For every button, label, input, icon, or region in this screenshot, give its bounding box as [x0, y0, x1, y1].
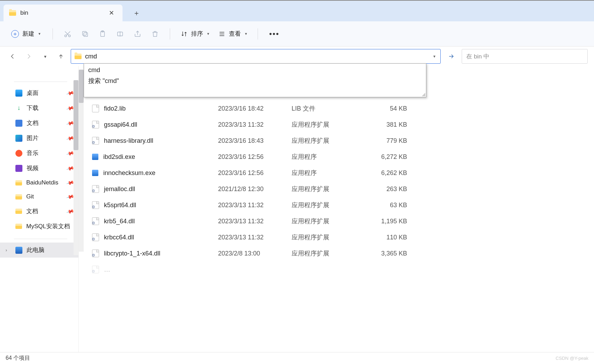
file-type: 应用程序扩展	[292, 249, 362, 258]
sort-label: 排序	[191, 30, 203, 38]
resize-handle[interactable]	[421, 92, 425, 96]
sidebar-item[interactable]: 视频📌	[0, 161, 78, 176]
file-date: 2023/2/8 13:00	[218, 250, 292, 257]
new-label: 新建	[22, 30, 34, 38]
suggestion-item[interactable]: 搜索 "cmd"	[84, 75, 426, 86]
file-type: LIB 文件	[292, 104, 362, 113]
table-row[interactable]: krb5_64.dll2023/3/13 11:32应用程序扩展1,195 KB	[89, 213, 594, 229]
file-type: 应用程序扩展	[292, 120, 362, 129]
scrollbar-thumb[interactable]	[79, 70, 84, 103]
file-name: ibd2sdi.exe	[103, 153, 135, 161]
cut-button[interactable]	[60, 26, 75, 42]
file-type: 应用程序扩展	[292, 217, 362, 225]
paste-button[interactable]	[95, 26, 110, 42]
svg-point-0	[65, 35, 67, 37]
tab-active[interactable]: bin ✕	[4, 5, 123, 21]
sidebar-item[interactable]: 桌面📌	[0, 85, 78, 100]
file-size: 63 KB	[362, 202, 407, 209]
sidebar-item-label: 桌面	[27, 89, 39, 97]
download-icon: ↓	[15, 105, 22, 112]
file-icon	[92, 154, 98, 160]
file-name: fido2.lib	[104, 105, 126, 112]
divider	[53, 28, 53, 40]
file-type: 应用程序	[292, 169, 362, 177]
search-input[interactable]: 在 bin 中	[462, 49, 588, 64]
sidebar-item-label: 下载	[27, 104, 39, 112]
go-button[interactable]	[444, 49, 458, 63]
sidebar-item-label: 文档	[26, 207, 38, 215]
copy-button[interactable]	[77, 26, 93, 42]
file-icon	[92, 170, 98, 176]
file-size: 110 KB	[362, 234, 407, 241]
up-button[interactable]	[55, 50, 67, 63]
titlebar: bin ✕ ＋	[0, 0, 594, 21]
file-size: 54 KB	[362, 105, 407, 112]
chevron-down-icon: ▾	[245, 31, 247, 36]
search-placeholder: 在 bin 中	[466, 52, 489, 61]
folder-icon	[15, 224, 22, 229]
sort-icon	[181, 30, 188, 37]
divider	[258, 28, 258, 40]
file-icon	[92, 233, 99, 241]
sort-button[interactable]: 排序 ▾	[177, 27, 213, 41]
sidebar-item-label: 音乐	[27, 149, 39, 157]
sidebar-item[interactable]: 音乐📌	[0, 146, 78, 161]
sidebar-item[interactable]: BaiduNetdis📌	[0, 176, 78, 190]
address-row: ▾ ▾ cmd 搜索 "cmd" 在 bin 中	[0, 47, 594, 66]
table-row[interactable]: k5sprt64.dll2023/3/13 11:32应用程序扩展63 KB	[89, 197, 594, 213]
address-bar[interactable]: ▾ cmd 搜索 "cmd"	[71, 49, 441, 64]
address-input[interactable]	[85, 53, 432, 60]
file-icon	[92, 121, 99, 128]
toolbar: ＋ 新建 ▾ 排序 ▾ 查看 ▾ •••	[0, 21, 594, 47]
table-row[interactable]: jemalloc.dll2021/12/8 12:30应用程序扩展263 KB	[89, 181, 594, 197]
back-button[interactable]	[6, 50, 19, 63]
scrollbar-thumb[interactable]	[74, 80, 78, 150]
divider	[14, 239, 67, 239]
new-tab-button[interactable]: ＋	[130, 6, 144, 20]
file-icon	[92, 217, 99, 225]
sidebar-item[interactable]: ↓下载📌	[0, 100, 78, 115]
forward-button[interactable]	[22, 50, 35, 63]
sidebar-item-pc[interactable]: › 此电脑	[0, 243, 78, 258]
file-date: 2023/3/13 11:32	[218, 202, 292, 209]
sidebar-item[interactable]: 图片📌	[0, 131, 78, 146]
file-icon	[92, 137, 99, 145]
table-row[interactable]: harness-library.dll2023/3/16 18:43应用程序扩展…	[89, 133, 594, 149]
rename-button[interactable]	[112, 26, 128, 42]
sidebar-item-label: 视频	[27, 164, 39, 172]
table-row[interactable]: krbcc64.dll2023/3/13 11:32应用程序扩展110 KB	[89, 229, 594, 245]
close-icon[interactable]: ✕	[106, 8, 117, 18]
file-name: gssapi64.dll	[104, 121, 137, 128]
chevron-down-icon[interactable]: ▾	[432, 54, 437, 59]
view-label: 查看	[229, 30, 241, 38]
new-button[interactable]: ＋ 新建 ▾	[6, 27, 46, 41]
file-size: 6,272 KB	[362, 153, 407, 161]
sidebar-item[interactable]: 文档📌	[0, 204, 78, 219]
file-date: 2023/3/13 11:32	[218, 234, 292, 241]
svg-rect-3	[83, 31, 86, 35]
table-row[interactable]: gssapi64.dll2023/3/13 11:32应用程序扩展381 KB	[89, 117, 594, 133]
more-button[interactable]: •••	[265, 27, 284, 41]
table-row[interactable]: libcrypto-1_1-x64.dll2023/2/8 13:00应用程序扩…	[89, 245, 594, 261]
tab-title: bin	[20, 9, 28, 16]
chevron-right-icon[interactable]: ›	[6, 248, 7, 253]
recent-button[interactable]: ▾	[39, 50, 51, 63]
sidebar-item[interactable]: Git📌	[0, 190, 78, 204]
table-row[interactable]: fido2.lib2023/3/16 18:42LIB 文件54 KB	[89, 100, 594, 117]
sidebar-item[interactable]: MySQL安装文档	[0, 219, 78, 234]
suggestion-item[interactable]: cmd	[84, 65, 426, 75]
watermark: CSDN @Y-peak	[555, 356, 588, 361]
file-size: 381 KB	[362, 121, 407, 128]
table-row[interactable]: ibd2sdi.exe2023/3/16 12:56应用程序6,272 KB	[89, 149, 594, 165]
pc-icon	[15, 247, 22, 254]
desktop-icon	[15, 90, 22, 97]
sidebar-item-label: 文档	[27, 119, 39, 127]
sidebar-item[interactable]: 文档📌	[0, 115, 78, 131]
sidebar-item-label: 此电脑	[27, 246, 44, 254]
view-button[interactable]: 查看 ▾	[215, 27, 251, 41]
share-button[interactable]	[130, 26, 145, 42]
delete-button[interactable]	[147, 26, 163, 42]
file-date: 2021/12/8 12:30	[218, 186, 292, 193]
table-row[interactable]: innochecksum.exe2023/3/16 12:56应用程序6,262…	[89, 165, 594, 181]
file-name: harness-library.dll	[104, 137, 153, 145]
